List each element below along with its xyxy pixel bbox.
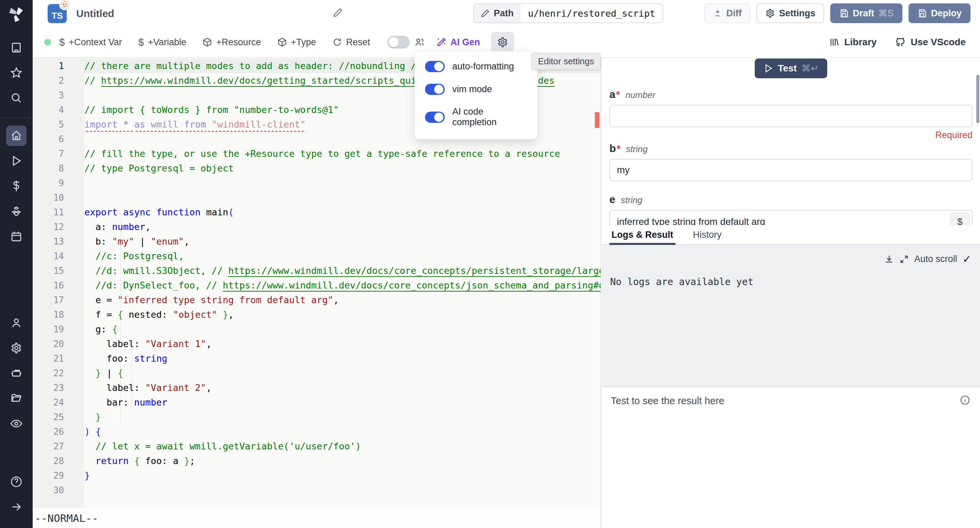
download-logs-icon[interactable] <box>885 254 894 264</box>
deploy-button[interactable]: Deploy <box>908 3 970 23</box>
test-button[interactable]: Test ⌘↵ <box>755 59 827 78</box>
code-line-text[interactable]: //d: wmill.S3Object, // https://www.wind… <box>84 263 601 278</box>
code-line-text[interactable]: // type Postgresql = object <box>84 161 601 175</box>
path-value[interactable]: u/henri/restored_script <box>520 4 663 22</box>
code-line-text[interactable]: e = "inferred type string from default a… <box>84 293 601 307</box>
search-icon[interactable] <box>6 88 27 108</box>
line-number: 3 <box>33 90 84 100</box>
code-line-text[interactable]: label: "Variant 1", <box>84 336 601 351</box>
code-line-text[interactable] <box>84 483 601 498</box>
checkmark-icon[interactable]: ✓ <box>963 253 971 265</box>
result-placeholder: Test to see the result here <box>611 395 971 407</box>
line-number: 12 <box>33 222 84 232</box>
overview-ruler-error-marker <box>595 112 600 128</box>
code-line-text[interactable]: b: "my" | "enum", <box>84 234 601 249</box>
reset-button[interactable]: Reset <box>324 32 379 52</box>
sidebar-item-resources[interactable] <box>6 201 27 221</box>
code-line: 22 } | { <box>33 366 601 380</box>
line-number: 27 <box>33 441 84 452</box>
code-line: 25 } <box>33 410 601 424</box>
right-panel-scrollbar-thumb[interactable] <box>976 75 979 123</box>
help-icon[interactable] <box>6 472 27 492</box>
insert-variable-dollar-button[interactable]: $ <box>950 213 970 225</box>
collaboration-toggle[interactable] <box>387 36 410 49</box>
library-button[interactable]: Library <box>829 37 877 48</box>
code-line-text[interactable]: foo: string <box>84 351 601 366</box>
field-a-input[interactable] <box>609 105 972 127</box>
dollar-icon: $ <box>59 37 65 48</box>
diff-button[interactable]: Diff <box>705 3 750 23</box>
sidebar-item-audit-eye[interactable] <box>6 413 27 434</box>
dollar-icon: $ <box>138 37 143 48</box>
use-vscode-button[interactable]: Use VScode <box>895 37 966 48</box>
auto-scroll-label[interactable]: Auto scroll <box>914 254 957 264</box>
code-line: 15 //d: wmill.S3Object, // https://www.w… <box>33 263 601 278</box>
draft-button[interactable]: Draft ⌘S <box>830 3 902 23</box>
edit-title-pencil-icon[interactable] <box>333 8 343 18</box>
code-line-text[interactable]: // fill the type, or use the +Resource t… <box>84 146 601 161</box>
sidebar-item-home[interactable] <box>6 126 27 146</box>
add-variable-button[interactable]: $ +Variable <box>130 32 194 52</box>
tab-history[interactable]: History <box>693 225 722 244</box>
workspace-icon[interactable] <box>6 37 27 58</box>
sidebar-item-folders[interactable] <box>6 388 27 409</box>
code-line-text[interactable]: } <box>84 468 601 483</box>
line-number: 28 <box>33 456 84 466</box>
ai-gen-button[interactable]: AI Gen <box>428 32 488 52</box>
toggle-label: auto-formatting <box>452 61 514 72</box>
script-title: Untitled <box>76 8 115 19</box>
status-dot <box>44 39 51 46</box>
field-b-input[interactable] <box>609 159 972 181</box>
code-line-text[interactable]: // let x = await wmill.getVariable('u/us… <box>84 439 601 453</box>
code-line-text[interactable]: f = { nested: "object" }, <box>84 307 601 322</box>
sidebar-item-variables[interactable] <box>6 176 27 196</box>
code-line-text[interactable]: export async function main( <box>84 205 601 219</box>
toggle-vim-mode[interactable] <box>425 84 445 95</box>
sidebar-item-workers[interactable] <box>6 363 27 383</box>
code-line-text[interactable]: label: "Variant 2", <box>84 380 601 395</box>
code-line: 19 g: { <box>33 322 601 336</box>
gear-icon <box>497 37 508 48</box>
line-number: 10 <box>33 192 84 203</box>
code-line-text[interactable]: g: { <box>84 322 601 336</box>
code-line-text[interactable]: } | { <box>84 366 601 380</box>
line-number: 24 <box>33 398 84 407</box>
code-line-text[interactable] <box>84 190 601 205</box>
people-icon <box>414 37 425 47</box>
expand-sidebar-arrow-icon[interactable] <box>6 497 27 517</box>
sidebar-item-runs[interactable] <box>6 151 27 171</box>
add-context-var-button[interactable]: $ +Context Var <box>51 32 130 52</box>
tab-logs-result[interactable]: Logs & Result <box>611 225 673 244</box>
toggle-ai-code-completion[interactable] <box>425 111 445 123</box>
add-resource-button[interactable]: +Resource <box>194 32 269 52</box>
code-line-text[interactable]: return { foo: a }; <box>84 453 601 468</box>
sidebar-item-user[interactable] <box>6 313 27 333</box>
line-number: 15 <box>33 266 84 276</box>
editor-settings-gear-button[interactable] <box>491 32 514 52</box>
favorites-star-icon[interactable] <box>6 63 27 83</box>
sidebar-item-settings[interactable] <box>6 338 27 358</box>
code-line-text[interactable]: //c: Postgresql, <box>84 249 601 263</box>
code-line-text[interactable]: ) { <box>84 424 601 439</box>
right-panel: Test ⌘↵ a * number Required b * string e… <box>602 58 980 528</box>
sidebar-item-schedules[interactable] <box>6 226 27 247</box>
save-icon <box>917 8 927 18</box>
user-emoji-avatar <box>59 0 70 10</box>
field-a-label: a * number <box>609 89 972 101</box>
path-field[interactable]: Path u/henri/restored_script <box>473 3 663 23</box>
settings-button[interactable]: Settings <box>756 3 824 23</box>
code-line-text[interactable]: } <box>84 410 601 424</box>
toggle-auto-formatting[interactable] <box>425 61 445 72</box>
test-shortcut: ⌘↵ <box>801 63 818 74</box>
code-line-text[interactable]: bar: number <box>84 395 601 410</box>
expand-logs-icon[interactable] <box>899 254 909 264</box>
windmill-logo[interactable] <box>0 0 33 29</box>
info-icon[interactable] <box>959 394 970 406</box>
add-type-button[interactable]: +Type <box>269 32 324 52</box>
code-line-text[interactable]: a: number, <box>84 219 601 234</box>
code-line-text[interactable] <box>84 175 601 190</box>
result-area: Test to see the result here <box>602 387 980 415</box>
library-shelf-icon <box>829 37 840 47</box>
field-e-input[interactable] <box>609 210 972 225</box>
code-line-text[interactable]: //d: DynSelect_foo, // https://www.windm… <box>84 278 601 293</box>
